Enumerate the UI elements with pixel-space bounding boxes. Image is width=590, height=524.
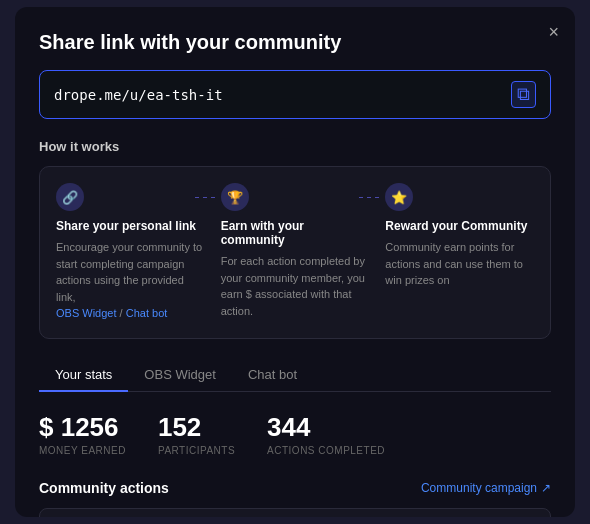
- chat-bot-link[interactable]: Chat bot: [126, 307, 168, 319]
- action-row-0: V Build 10 kingdoms in game 24 participa…: [39, 508, 551, 518]
- obs-widget-link[interactable]: OBS Widget: [56, 307, 117, 319]
- link-box: drope.me/u/ea-tsh-it ⧉: [39, 70, 551, 119]
- share-link: drope.me/u/ea-tsh-it: [54, 87, 503, 103]
- stat-participants: 152 PARTICIPANTS: [158, 412, 235, 456]
- close-button[interactable]: ×: [548, 23, 559, 41]
- stat-money-label: MONEY EARNED: [39, 445, 126, 456]
- step-earn-icon: 🏆: [221, 183, 249, 211]
- tabs-bar: Your stats OBS Widget Chat bot: [39, 359, 551, 392]
- step-reward-desc: Community earn points for actions and ca…: [385, 239, 534, 289]
- stats-row: $ 1256 MONEY EARNED 152 PARTICIPANTS 344…: [39, 412, 551, 456]
- stat-actions: 344 ACTIONS COMPLETED: [267, 412, 385, 456]
- tab-your-stats[interactable]: Your stats: [39, 359, 128, 392]
- step-earn-desc: For each action completed by your commun…: [221, 253, 370, 319]
- how-it-works-label: How it works: [39, 139, 551, 154]
- community-campaign-link[interactable]: Community campaign ↗: [421, 481, 551, 495]
- step-earn-title: Earn with your community: [221, 219, 370, 247]
- step-reward-title: Reward your Community: [385, 219, 534, 233]
- community-header: Community actions Community campaign ↗: [39, 480, 551, 496]
- step-share: 🔗 Share your personal link Encourage you…: [56, 183, 205, 322]
- modal-title: Share link with your community: [39, 31, 551, 54]
- step-reward: ⭐ Reward your Community Community earn p…: [385, 183, 534, 322]
- copy-icon[interactable]: ⧉: [511, 81, 536, 108]
- share-modal: × Share link with your community drope.m…: [15, 7, 575, 517]
- step-reward-icon: ⭐: [385, 183, 413, 211]
- step-share-desc: Encourage your community to start comple…: [56, 239, 205, 322]
- step-earn: 🏆 Earn with your community For each acti…: [221, 183, 370, 322]
- tab-chat-bot[interactable]: Chat bot: [232, 359, 313, 392]
- how-it-works-panel: 🔗 Share your personal link Encourage you…: [39, 166, 551, 339]
- step-share-icon: 🔗: [56, 183, 84, 211]
- stat-money-value: $ 1256: [39, 412, 126, 443]
- stat-participants-label: PARTICIPANTS: [158, 445, 235, 456]
- tab-obs-widget[interactable]: OBS Widget: [128, 359, 232, 392]
- stat-money: $ 1256 MONEY EARNED: [39, 412, 126, 456]
- stat-actions-value: 344: [267, 412, 385, 443]
- stat-participants-value: 152: [158, 412, 235, 443]
- step-share-title: Share your personal link: [56, 219, 205, 233]
- stat-actions-label: ACTIONS COMPLETED: [267, 445, 385, 456]
- community-section-title: Community actions: [39, 480, 169, 496]
